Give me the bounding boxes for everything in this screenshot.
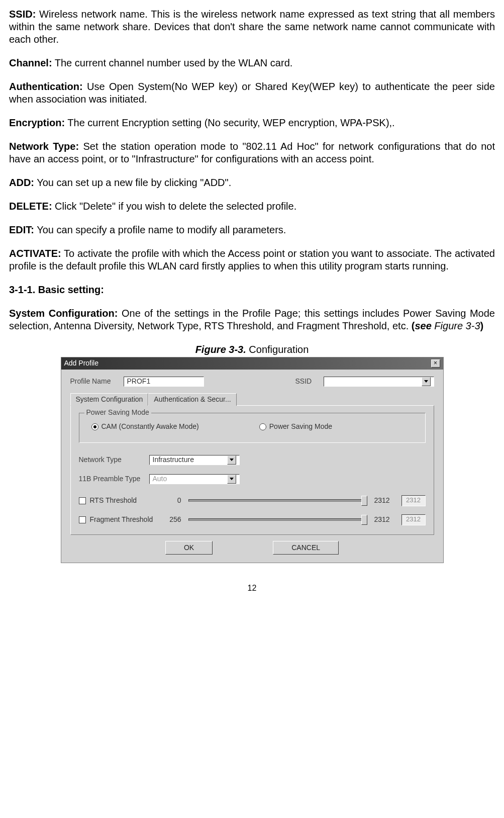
preamble-label: 11B Preamble Type [79,475,144,484]
frag-max: 2312 [374,515,394,524]
def-term: ACTIVATE: [9,248,61,259]
def-term: Network Type: [9,141,79,152]
ssid-label: SSID [295,377,316,386]
frag-value-box: 2312 [401,514,426,525]
def-activate: ACTIVATE: To activate the profile with w… [9,247,495,272]
dialog-title: Add Profile [64,359,98,368]
def-text: To activate the profile with which the A… [9,248,495,271]
def-text: You can specify a profile name to modify… [34,224,286,235]
close-icon[interactable]: × [431,359,440,368]
rts-value-box: 2312 [401,495,426,506]
rts-threshold-checkbox[interactable]: RTS Threshold [79,496,159,505]
chevron-down-icon[interactable] [227,456,236,465]
profile-name-input[interactable]: PROF1 [124,377,204,387]
def-edit: EDIT: You can specify a profile name to … [9,224,495,236]
ok-button[interactable]: OK [165,541,213,555]
def-term: ADD: [9,177,34,188]
rts-slider[interactable] [188,496,367,505]
def-add: ADD: You can set up a new file by clicki… [9,176,495,189]
cancel-button[interactable]: CANCEL [273,541,339,555]
def-delete: DELETE: Click "Delete" if you wish to de… [9,200,495,213]
figure-caption: Figure 3-3. Configuration [9,343,495,356]
rts-min: 0 [166,496,181,505]
def-nettype: Network Type: Set the station operation … [9,140,495,165]
network-type-combo[interactable]: Infrastructure [149,455,240,465]
def-term: Authentication: [9,81,83,92]
checkbox-icon [79,516,86,523]
radio-cam[interactable]: CAM (Constantly Awake Mode) [91,422,199,431]
radio-icon [91,423,98,430]
network-type-label: Network Type [79,456,144,465]
def-term: DELETE: [9,201,52,212]
page-number: 12 [9,583,495,593]
def-text: Wireless network name. This is the wirel… [9,9,495,45]
group-title: Power Saving Mode [84,408,151,417]
radio-psm[interactable]: Power Saving Mode [259,422,332,431]
def-channel: Channel: The current channel number used… [9,57,495,69]
dialog-titlebar: Add Profile × [61,357,443,370]
tab-system-configuration[interactable]: System Configuration [70,393,149,406]
checkbox-icon [79,497,86,504]
def-term: SSID: [9,9,36,20]
profile-name-label: Profile Name [70,377,116,386]
tab-auth-security[interactable]: Authentication & Secur... [148,393,236,406]
preamble-combo: Auto [149,474,240,484]
def-text: The current channel number used by the W… [52,57,293,68]
tab-panel: Power Saving Mode CAM (Constantly Awake … [70,405,434,535]
fragment-slider[interactable] [188,515,367,524]
def-auth: Authentication: Use Open System(No WEP k… [9,80,495,106]
def-text: Set the station operation mode to "802.1… [9,141,495,164]
fragment-threshold-checkbox[interactable]: Fragment Threshold [79,515,159,524]
def-text: Click "Delete" if you wish to delete the… [52,201,297,212]
def-encrypt: Encryption: The current Encryption setti… [9,117,495,129]
chevron-down-icon[interactable] [422,377,431,386]
network-type-value: Infrastructure [153,456,194,465]
def-term: System Configuration: [9,308,118,319]
power-saving-group: Power Saving Mode CAM (Constantly Awake … [79,413,426,443]
def-text: The current Encryption setting (No secur… [65,117,395,128]
ssid-combo[interactable] [324,377,434,387]
chevron-down-icon [227,475,236,484]
frag-min: 256 [166,515,181,524]
rts-max: 2312 [374,496,394,505]
radio-icon [259,423,266,430]
add-profile-dialog: Add Profile × Profile Name PROF1 SSID Sy… [61,357,444,563]
section-heading: 3-1-1. Basic setting: [9,284,495,296]
def-term: Channel: [9,57,52,68]
def-text: You can set up a new file by clicking "A… [34,177,231,188]
def-ssid: SSID: Wireless network name. This is the… [9,8,495,46]
preamble-value: Auto [153,475,167,484]
def-term: Encryption: [9,117,65,128]
def-term: EDIT: [9,224,34,235]
def-sysconf: System Configuration: One of the setting… [9,307,495,332]
